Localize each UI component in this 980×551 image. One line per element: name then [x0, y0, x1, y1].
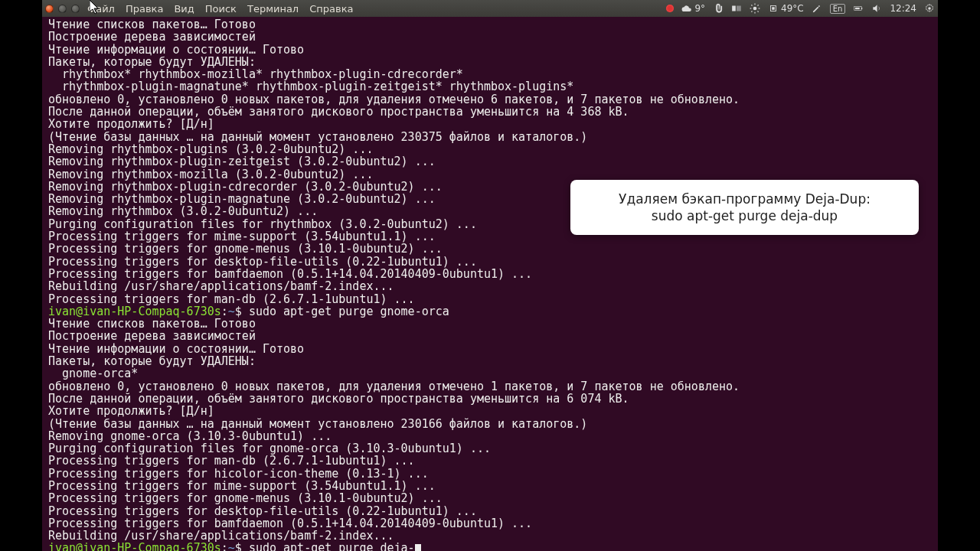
- terminal-line: Пакеты, которые будут УДАЛЕНЫ:: [48, 56, 932, 68]
- svg-rect-12: [772, 7, 775, 10]
- terminal-prompt-line: ivan@ivan-HP-Compaq-6730s:~$ sudo apt-ge…: [48, 305, 932, 318]
- terminal-line: Removing rhythmbox-plugin-zeitgeist (3.0…: [48, 155, 932, 168]
- terminal-line: Processing triggers for bamfdaemon (0.5.…: [48, 268, 932, 280]
- terminal-line: Removing rhythmbox-plugins (3.0.2-0ubunt…: [48, 143, 932, 155]
- terminal-line: Processing triggers for gnome-menus (3.1…: [48, 492, 932, 504]
- workspace-indicator-icon[interactable]: [731, 3, 742, 14]
- terminal-line: Чтение списков пакетов… Готово: [48, 318, 932, 330]
- prompt-dollar: $: [235, 541, 249, 551]
- top-panel: Файл Правка Вид Поиск Терминал Справка 9…: [42, 0, 938, 17]
- terminal-line: Processing triggers for desktop-file-uti…: [48, 505, 932, 517]
- terminal-line: После данной операции, объём занятого ди…: [48, 393, 932, 405]
- terminal-line: Rebuilding /usr/share/applications/bamf-…: [48, 530, 932, 542]
- terminal-line: rhythmbox* rhythmbox-mozilla* rhythmbox-…: [48, 68, 932, 80]
- record-indicator-icon[interactable]: [666, 5, 674, 12]
- terminal-line: Processing triggers for desktop-file-uti…: [48, 256, 932, 268]
- terminal-line: (Чтение базы данных … на данный момент у…: [48, 418, 932, 430]
- prompt-command: sudo apt-get purge deja-: [249, 541, 415, 551]
- terminal-line: Построение дерева зависимостей: [48, 31, 932, 43]
- terminal-line: После данной операции, объём занятого ди…: [48, 106, 932, 118]
- terminal-line: Rebuilding /usr/share/applications/bamf-…: [48, 280, 932, 292]
- terminal-line: Чтение информации о состоянии… Готово: [48, 44, 932, 56]
- cpu-temp-indicator[interactable]: 49°C: [768, 3, 804, 14]
- keyboard-lang: En: [830, 4, 846, 14]
- terminal-cursor: [415, 544, 421, 551]
- menu-edit[interactable]: Правка: [126, 3, 163, 15]
- settings-gear-icon[interactable]: [924, 3, 935, 14]
- brightness-icon[interactable]: [750, 3, 760, 14]
- svg-point-16: [928, 7, 931, 10]
- terminal-line: rhythmbox-plugin-magnatune* rhythmbox-pl…: [48, 80, 932, 93]
- window-close-button[interactable]: [45, 5, 54, 13]
- menu-view[interactable]: Вид: [174, 3, 194, 15]
- svg-rect-14: [855, 8, 860, 9]
- terminal-line: Чтение информации о состоянии… Готово: [48, 343, 932, 355]
- menu-terminal[interactable]: Терминал: [247, 3, 299, 15]
- volume-icon[interactable]: [871, 3, 882, 14]
- terminal-prompt-line: ivan@ivan-HP-Compaq-6730s:~$ sudo apt-ge…: [48, 542, 932, 551]
- menu-help[interactable]: Справка: [309, 3, 353, 15]
- svg-rect-0: [732, 6, 736, 11]
- terminal-line: Removing rhythmbox-mozilla (3.0.2-0ubunt…: [48, 168, 932, 181]
- prompt-path: ~: [228, 541, 235, 551]
- terminal-line: Processing triggers for hicolor-icon-the…: [48, 468, 932, 480]
- window-minimize-button[interactable]: [58, 5, 67, 13]
- svg-rect-15: [861, 8, 862, 9]
- clock[interactable]: 12:24: [890, 3, 916, 14]
- svg-point-2: [753, 7, 757, 11]
- svg-rect-1: [737, 6, 741, 11]
- keyboard-layout-indicator[interactable]: En: [830, 4, 846, 14]
- svg-line-9: [751, 11, 752, 12]
- window-maximize-button[interactable]: [71, 5, 80, 13]
- cloud-icon: [681, 3, 692, 14]
- tooltip-command: sudo apt-get purge deja-dup: [589, 207, 900, 224]
- terminal-line: Processing triggers for man-db (2.6.7.1-…: [48, 293, 932, 305]
- prompt-user-host: ivan@ivan-HP-Compaq-6730s: [48, 541, 221, 551]
- terminal-line: (Чтение базы данных … на данный момент у…: [48, 131, 932, 143]
- terminal-line: Processing triggers for bamfdaemon (0.5.…: [48, 517, 932, 530]
- weather-indicator[interactable]: 9°: [681, 3, 705, 14]
- terminal-line: Хотите продолжить? [Д/н]: [48, 405, 932, 417]
- system-tray: 9° 49°C En: [666, 3, 935, 14]
- terminal-line: Removing gnome-orca (3.10.3-0ubuntu1) ..…: [48, 430, 932, 442]
- terminal-line: обновлено 0, установлено 0 новых пакетов…: [48, 380, 932, 393]
- cpu-temp: 49°C: [781, 3, 804, 14]
- terminal-line: обновлено 0, установлено 0 новых пакетов…: [48, 93, 932, 106]
- weather-temp: 9°: [694, 3, 705, 14]
- menu-search[interactable]: Поиск: [205, 3, 237, 15]
- terminal-line: Processing triggers for gnome-menus (3.1…: [48, 243, 932, 255]
- svg-line-7: [751, 5, 752, 5]
- prompt-dollar: $: [235, 305, 249, 318]
- instruction-tooltip: Удаляем бэкап-программу Deja-Dup: sudo a…: [570, 180, 919, 235]
- terminal-output[interactable]: Чтение списков пакетов… ГотовоПостроение…: [42, 17, 938, 551]
- window-controls: [45, 5, 80, 13]
- clip-icon[interactable]: [713, 3, 724, 14]
- prompt-path: ~: [228, 305, 235, 318]
- terminal-line: Purging configuration files for gnome-or…: [48, 442, 932, 455]
- battery-icon[interactable]: [853, 3, 864, 14]
- prompt-sep: :: [221, 305, 228, 318]
- terminal-line: Хотите продолжить? [Д/н]: [48, 118, 932, 130]
- terminal-line: Пакеты, которые будут УДАЛЕНЫ:: [48, 355, 932, 367]
- terminal-line: gnome-orca*: [48, 367, 932, 380]
- terminal-line: Чтение списков пакетов… Готово: [48, 18, 932, 31]
- prompt-command: sudo apt-get purge gnome-orca: [249, 305, 449, 318]
- svg-line-8: [758, 11, 759, 12]
- terminal-line: Processing triggers for man-db (2.6.7.1-…: [48, 455, 932, 467]
- menu-file[interactable]: Файл: [87, 3, 115, 15]
- color-picker-icon[interactable]: [812, 3, 822, 14]
- app-menubar: Файл Правка Вид Поиск Терминал Справка: [87, 3, 353, 15]
- svg-line-10: [758, 5, 759, 5]
- terminal-line: Processing triggers for mime-support (3.…: [48, 480, 932, 492]
- tooltip-line1: Удаляем бэкап-программу Deja-Dup:: [589, 191, 900, 207]
- prompt-user-host: ivan@ivan-HP-Compaq-6730s: [48, 305, 221, 318]
- desktop: Файл Правка Вид Поиск Терминал Справка 9…: [42, 0, 938, 551]
- chip-icon: [768, 3, 779, 14]
- prompt-sep: :: [221, 541, 228, 551]
- terminal-line: Построение дерева зависимостей: [48, 330, 932, 342]
